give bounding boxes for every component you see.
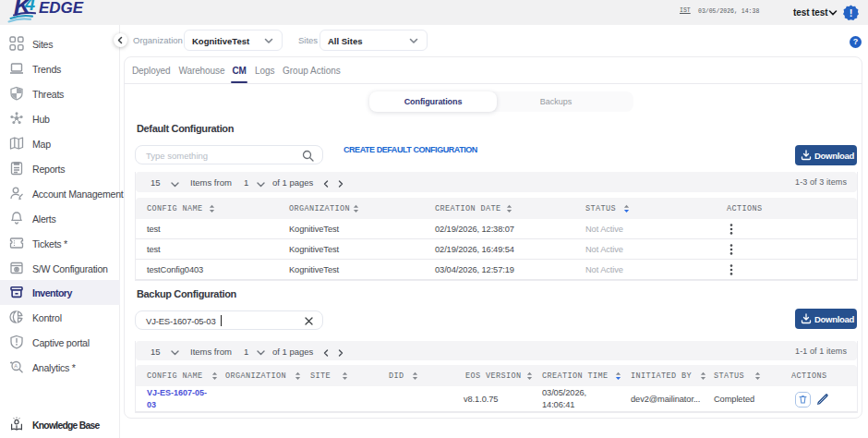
svg-text:EDGE: EDGE: [39, 0, 84, 17]
svg-text:4: 4: [24, 0, 35, 14]
svg-text:A: A: [14, 363, 18, 369]
svg-text:!: !: [850, 7, 853, 18]
